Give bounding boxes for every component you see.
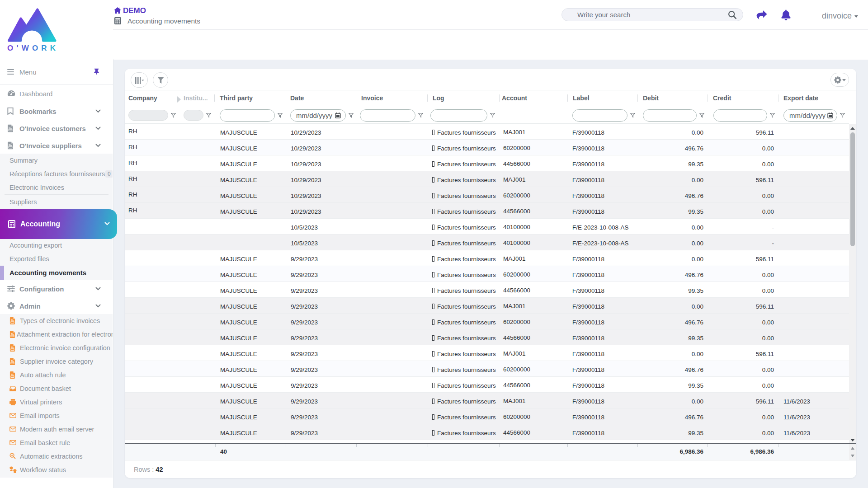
svg-text:O'WORK: O'WORK — [7, 44, 57, 52]
